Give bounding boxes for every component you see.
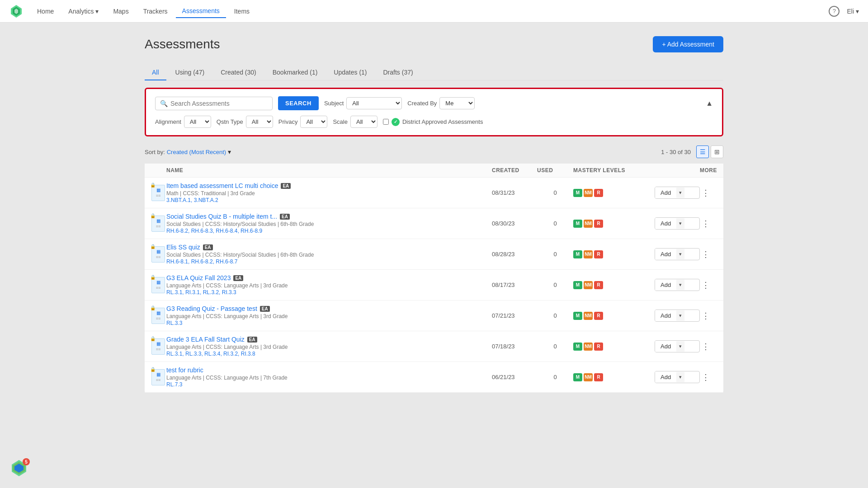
assessment-name-cell: G3 Reading Quiz - Passage test EA Langua… bbox=[166, 305, 492, 326]
more-options-button[interactable]: ⋮ bbox=[700, 278, 712, 292]
add-main-button[interactable]: Add bbox=[655, 310, 676, 321]
add-split-button[interactable]: Add ▾ bbox=[655, 310, 700, 322]
tab-all[interactable]: All bbox=[145, 65, 166, 80]
add-dropdown-button[interactable]: ▾ bbox=[676, 372, 684, 382]
nav-assessments[interactable]: Assessments bbox=[176, 5, 226, 18]
search-input[interactable] bbox=[170, 100, 261, 107]
nav-maps[interactable]: Maps bbox=[107, 5, 135, 18]
add-split-button[interactable]: Add ▾ bbox=[655, 248, 700, 260]
list-view-button[interactable]: ☰ bbox=[696, 145, 709, 158]
assessment-meta: Math | CCSS: Traditional | 3rd Grade bbox=[166, 190, 492, 197]
add-main-button[interactable]: Add bbox=[655, 371, 676, 383]
assessment-name-cell: Social Studies Quiz B - multiple item t.… bbox=[166, 213, 492, 234]
grid-view-button[interactable]: ⊞ bbox=[711, 145, 723, 158]
more-options-button[interactable]: ⋮ bbox=[700, 371, 712, 384]
mastery-badge-m: M bbox=[573, 312, 582, 320]
mastery-badge-nm: NM bbox=[584, 220, 593, 228]
mastery-levels: MNMR bbox=[573, 220, 655, 228]
table-row: 🔒 ▦ ≡≡ Social Studies Quiz B - multiple … bbox=[145, 208, 723, 239]
row-icon: 🔒 ▦ ≡≡ bbox=[150, 185, 166, 201]
district-approved-checkbox[interactable] bbox=[383, 119, 389, 125]
table-header: NAME CREATED USED MASTERY LEVELS MORE bbox=[145, 164, 723, 178]
assessment-used: 0 bbox=[537, 343, 573, 350]
assessment-meta: Language Arts | CCSS: Language Arts | 3r… bbox=[166, 313, 492, 319]
row-icon: 🔒 ▦ ≡≡ bbox=[150, 216, 166, 232]
add-main-button[interactable]: Add bbox=[655, 218, 676, 229]
assessment-title[interactable]: G3 Reading Quiz - Passage test EA bbox=[166, 305, 492, 312]
row-icon: 🔒 ▦ ≡≡ bbox=[150, 338, 166, 355]
add-main-button[interactable]: Add bbox=[655, 341, 676, 352]
tab-updates[interactable]: Updates (1) bbox=[326, 65, 374, 80]
row-icon: 🔒 ▦ ≡≡ bbox=[150, 308, 166, 324]
user-menu[interactable]: Eli ▾ bbox=[847, 8, 859, 15]
add-main-button[interactable]: Add bbox=[655, 279, 676, 291]
more-options-button[interactable]: ⋮ bbox=[700, 186, 712, 200]
table-row: 🔒 ▦ ≡≡ test for rubric Language Arts | C… bbox=[145, 362, 723, 393]
add-split-button[interactable]: Add ▾ bbox=[655, 187, 700, 199]
nav-home[interactable]: Home bbox=[31, 5, 60, 18]
more-options-button[interactable]: ⋮ bbox=[700, 340, 712, 353]
alignment-label: Alignment bbox=[155, 118, 181, 125]
add-dropdown-button[interactable]: ▾ bbox=[676, 249, 684, 259]
add-split-button[interactable]: Add ▾ bbox=[655, 371, 700, 383]
scale-filter: Scale All bbox=[333, 116, 377, 128]
assessment-meta: Social Studies | CCSS: History/Social St… bbox=[166, 221, 492, 227]
privacy-select[interactable]: All bbox=[300, 116, 327, 128]
scale-select[interactable]: All bbox=[350, 116, 377, 128]
more-options-button[interactable]: ⋮ bbox=[700, 248, 712, 261]
main-content: Assessments + Add Assessment All Using (… bbox=[118, 23, 750, 406]
mastery-badge-r: R bbox=[594, 189, 603, 197]
more-options-button[interactable]: ⋮ bbox=[700, 309, 712, 323]
add-split-button[interactable]: Add ▾ bbox=[655, 279, 700, 291]
assessment-title[interactable]: Elis SS quiz EA bbox=[166, 244, 492, 251]
mastery-levels: MNMR bbox=[573, 312, 655, 320]
add-main-button[interactable]: Add bbox=[655, 249, 676, 260]
nav-analytics[interactable]: Analytics ▾ bbox=[62, 5, 105, 18]
add-dropdown-button[interactable]: ▾ bbox=[676, 341, 684, 352]
lock-icon: 🔒 bbox=[150, 305, 156, 310]
nav-trackers[interactable]: Trackers bbox=[137, 5, 174, 18]
add-dropdown-button[interactable]: ▾ bbox=[676, 310, 684, 321]
tab-created[interactable]: Created (30) bbox=[213, 65, 264, 80]
nav-items[interactable]: Items bbox=[228, 5, 256, 18]
add-dropdown-button[interactable]: ▾ bbox=[676, 188, 684, 198]
assessment-title[interactable]: test for rubric bbox=[166, 366, 492, 374]
help-button[interactable]: ? bbox=[829, 6, 840, 17]
ea-badge: EA bbox=[233, 275, 243, 281]
collapse-button[interactable]: ▲ bbox=[706, 99, 713, 108]
mastery-badge-nm: NM bbox=[584, 281, 593, 289]
subject-select[interactable]: All Math Language Arts Social Studies bbox=[346, 97, 402, 109]
th-mastery: MASTERY LEVELS bbox=[573, 167, 655, 174]
privacy-label: Privacy bbox=[278, 118, 298, 125]
created-by-select[interactable]: Me All District bbox=[439, 97, 475, 109]
assessment-name-cell: G3 ELA Quiz Fall 2023 EA Language Arts |… bbox=[166, 274, 492, 296]
assessment-title[interactable]: Social Studies Quiz B - multiple item t.… bbox=[166, 213, 492, 220]
assessment-title[interactable]: Grade 3 ELA Fall Start Quiz EA bbox=[166, 336, 492, 343]
add-split-button[interactable]: Add ▾ bbox=[655, 217, 700, 230]
created-by-label: Created By bbox=[407, 100, 437, 107]
view-controls: 1 - 30 of 30 ☰ ⊞ bbox=[661, 145, 723, 158]
add-dropdown-button[interactable]: ▾ bbox=[676, 218, 684, 229]
tab-bookmarked[interactable]: Bookmarked (1) bbox=[265, 65, 325, 80]
mastery-badge-m: M bbox=[573, 189, 582, 197]
assessment-title[interactable]: G3 ELA Quiz Fall 2023 EA bbox=[166, 274, 492, 282]
tab-using[interactable]: Using (47) bbox=[168, 65, 212, 80]
add-main-button[interactable]: Add bbox=[655, 187, 676, 198]
mastery-badge-nm: NM bbox=[584, 189, 593, 197]
add-dropdown-button[interactable]: ▾ bbox=[676, 280, 684, 290]
sort-link[interactable]: Created (Most Recent) bbox=[167, 149, 226, 155]
qstn-type-select[interactable]: All bbox=[246, 116, 273, 128]
alignment-select[interactable]: All bbox=[184, 116, 211, 128]
add-assessment-button[interactable]: + Add Assessment bbox=[653, 36, 723, 52]
assessment-meta: Language Arts | CCSS: Language Arts | 3r… bbox=[166, 344, 492, 350]
assessment-name-cell: Item based assessment LC multi choice EA… bbox=[166, 182, 492, 203]
add-split-button[interactable]: Add ▾ bbox=[655, 340, 700, 352]
app-logo[interactable] bbox=[9, 4, 24, 19]
search-input-wrap: 🔍 bbox=[155, 97, 273, 110]
ea-badge: EA bbox=[281, 183, 291, 189]
more-options-button[interactable]: ⋮ bbox=[700, 217, 712, 230]
tab-drafts[interactable]: Drafts (37) bbox=[376, 65, 420, 80]
assessment-tabs: All Using (47) Created (30) Bookmarked (… bbox=[145, 65, 723, 80]
assessment-title[interactable]: Item based assessment LC multi choice EA bbox=[166, 182, 492, 189]
search-button[interactable]: SEARCH bbox=[278, 96, 319, 110]
